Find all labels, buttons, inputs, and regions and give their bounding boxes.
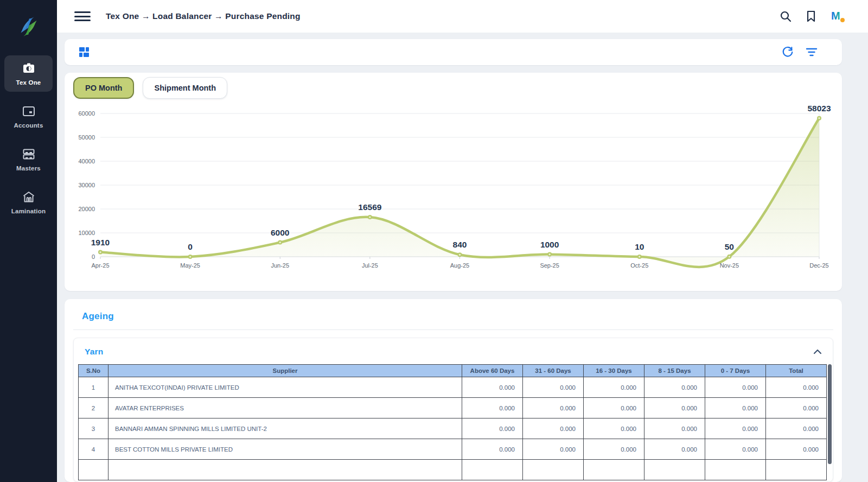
value-cell: 0.000 [523,418,584,439]
svg-text:6000: 6000 [271,228,289,237]
yarn-table-wrap: S.NoSupplierAbove 60 Days31 - 60 Days16 … [78,364,825,480]
svg-text:Oct-25: Oct-25 [630,262,648,269]
sno-cell: 4 [79,439,108,460]
svg-text:Aug-25: Aug-25 [450,262,469,269]
svg-text:Sep-25: Sep-25 [540,262,559,269]
value-cell: 0.000 [584,398,644,418]
svg-text:20000: 20000 [78,206,95,212]
layers-icon [22,148,36,161]
sidebar-item-lamination[interactable]: Lamination [4,184,53,220]
table-row[interactable]: 4BEST COTTON MILLS PRIVATE LIMITED0.0000… [79,439,827,460]
ageing-title: Ageing [82,311,833,322]
value-cell: 0.000 [766,377,827,398]
table-row[interactable]: 1ANITHA TEXCOT(INDAI) PRIVATE LIMITED0.0… [79,377,827,398]
app-window: Tex OneAccountsMastersLamination Tex One… [0,0,868,482]
sno-cell: 3 [79,418,108,439]
value-cell: 0.000 [523,377,584,398]
svg-text:50: 50 [725,242,734,251]
value-cell: 0.000 [584,439,644,460]
svg-text:10: 10 [635,242,644,251]
svg-text:0: 0 [188,242,193,251]
svg-text:16569: 16569 [358,202,381,212]
svg-text:30000: 30000 [78,182,95,188]
home-icon [22,191,36,204]
value-cell: 0.000 [584,377,644,398]
avatar-status-dot [840,18,845,22]
supplier-cell: BANNARI AMMAN SPINNING MILLS LIMITED UNI… [108,418,462,439]
value-cell: 0.000 [462,398,523,418]
yarn-section: Yarn [73,338,833,482]
column-header: Supplier [108,365,462,377]
column-header: 16 - 30 Days [584,365,644,377]
chart-card: PO MonthShipment Month 01000020000300004… [65,73,842,291]
sno-cell: 2 [79,398,108,418]
svg-text:Apr-25: Apr-25 [91,262,109,269]
svg-text:50000: 50000 [78,134,95,141]
value-cell: 0.000 [705,398,766,418]
user-avatar[interactable]: M [830,9,846,24]
yarn-ageing-table: S.NoSupplierAbove 60 Days31 - 60 Days16 … [78,364,827,480]
table-row[interactable] [79,460,827,480]
svg-text:10000: 10000 [78,230,95,236]
sidebar-item-label: Tex One [16,79,41,86]
tab-shipment-month[interactable]: Shipment Month [143,77,227,99]
value-cell: 0.000 [705,439,766,460]
main-area: Tex One → Load Balancer → Purchase Pendi… [57,0,868,482]
svg-text:Jun-25: Jun-25 [271,262,289,269]
refresh-icon[interactable] [782,46,794,58]
svg-text:1910: 1910 [91,238,110,247]
supplier-cell: BEST COTTON MILLS PRIVATE LIMITED [108,439,462,460]
svg-text:0: 0 [92,253,95,260]
filter-icon[interactable] [806,47,818,58]
svg-text:Nov-25: Nov-25 [720,262,739,269]
page-content: PO MonthShipment Month 01000020000300004… [57,33,868,482]
wallet-icon [22,105,36,118]
column-header: 0 - 7 Days [705,365,766,377]
topbar-actions: M [779,9,846,24]
value-cell: 0.000 [705,377,766,398]
svg-text:40000: 40000 [78,158,95,164]
tab-po-month[interactable]: PO Month [73,77,134,99]
value-cell: 0.000 [644,418,705,439]
column-header: 31 - 60 Days [523,365,584,377]
sidebar-item-label: Accounts [14,122,43,129]
po-month-chart: 01000020000300004000050000600001910Apr-2… [73,100,833,280]
value-cell: 0.000 [523,398,584,418]
value-cell: 0.000 [766,418,827,439]
supplier-cell: AVATAR ENTERPRISES [108,398,462,418]
column-header: Above 60 Days [462,365,523,377]
sidebar-item-label: Masters [16,165,41,172]
sidebar-nav: Tex OneAccountsMastersLamination [4,55,53,227]
table-row[interactable]: 2AVATAR ENTERPRISES0.0000.0000.0000.0000… [79,398,827,418]
svg-text:58023: 58023 [807,104,831,113]
svg-text:840: 840 [453,240,467,249]
sidebar-item-masters[interactable]: Masters [4,141,53,177]
table-row[interactable]: 3BANNARI AMMAN SPINNING MILLS LIMITED UN… [79,418,827,439]
svg-text:Jul-25: Jul-25 [362,262,378,269]
dashboard-grid-icon[interactable] [79,47,90,58]
value-cell: 0.000 [644,398,705,418]
value-cell: 0.000 [523,439,584,460]
yarn-title: Yarn [85,347,103,357]
svg-text:May-25: May-25 [180,262,200,269]
column-header: S.No [79,365,108,377]
value-cell: 0.000 [766,398,827,418]
value-cell: 0.000 [584,418,644,439]
search-icon[interactable] [779,10,792,23]
ageing-card: Ageing Yarn [65,299,842,482]
sidebar-item-label: Lamination [11,208,46,214]
bookmark-icon[interactable] [805,10,817,23]
chevron-up-icon[interactable] [813,349,822,354]
value-cell: 0.000 [462,418,523,439]
menu-icon[interactable] [74,10,91,22]
value-cell: 0.000 [462,377,523,398]
svg-text:60000: 60000 [78,110,95,117]
breadcrumb: Tex One → Load Balancer → Purchase Pendi… [106,11,301,21]
avatar-letter: M [831,10,840,22]
sidebar-item-tex-one[interactable]: Tex One [4,55,53,92]
sidebar-item-accounts[interactable]: Accounts [4,98,53,135]
chart-tabs: PO MonthShipment Month [73,77,833,99]
value-cell: 0.000 [644,377,705,398]
texone-logo[interactable] [10,8,48,46]
camera-icon [22,62,36,75]
